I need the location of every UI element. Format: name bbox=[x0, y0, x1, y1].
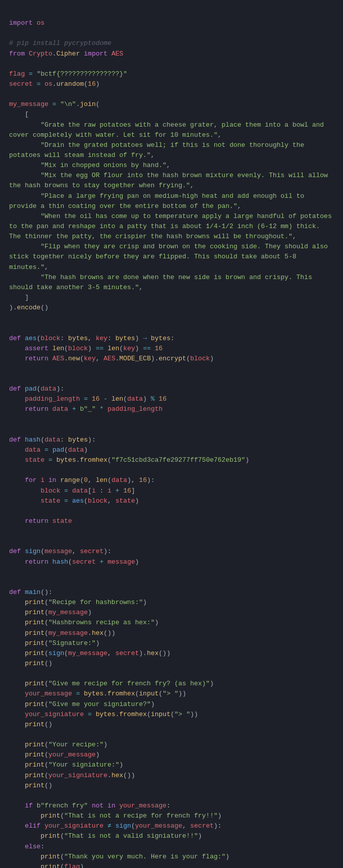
code-editor: import os # pip install pycryptodome fro… bbox=[9, 8, 334, 868]
